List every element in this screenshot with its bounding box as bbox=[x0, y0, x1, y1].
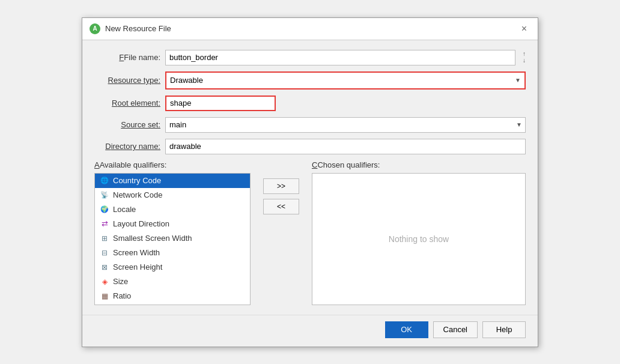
sort-up-icon: ↑ bbox=[523, 51, 526, 57]
app-icon: A bbox=[90, 23, 100, 34]
source-set-wrapper: main test androidTest ▼ bbox=[165, 117, 526, 133]
qualifier-country-code-label: Country Code bbox=[113, 176, 161, 185]
resource-type-row: Resource type: Drawable Layout Menu Valu… bbox=[94, 71, 526, 89]
cancel-button[interactable]: Cancel bbox=[433, 321, 478, 338]
qualifier-size-label: Size bbox=[113, 277, 128, 286]
file-name-input[interactable] bbox=[165, 50, 515, 65]
qualifiers-section: AAvailable qualifiers: 🌐 Country Code 📡 … bbox=[94, 160, 526, 305]
screen-width-icon: ⊟ bbox=[100, 248, 109, 258]
ratio-icon: ▦ bbox=[100, 291, 109, 301]
qualifier-screen-width[interactable]: ⊟ Screen Width bbox=[95, 246, 250, 260]
qualifier-screen-width-label: Screen Width bbox=[113, 248, 160, 257]
qualifier-country-code[interactable]: 🌐 Country Code bbox=[95, 174, 250, 188]
resource-type-label: Resource type: bbox=[94, 76, 160, 85]
root-element-input[interactable] bbox=[165, 96, 276, 111]
new-resource-file-dialog: A New Resource File × FFile name: ↑ ↓ Re… bbox=[82, 17, 538, 347]
qualifier-ratio[interactable]: ▦ Ratio bbox=[95, 289, 250, 303]
resource-type-select[interactable]: Drawable Layout Menu Values bbox=[166, 73, 524, 88]
layout-direction-icon: ⇄ bbox=[100, 219, 109, 229]
directory-name-input[interactable] bbox=[165, 139, 526, 154]
directory-name-row: Directory name: bbox=[94, 139, 526, 154]
qualifier-locale[interactable]: 🌍 Locale bbox=[95, 202, 250, 217]
help-button[interactable]: Help bbox=[482, 321, 526, 338]
add-qualifier-button[interactable]: >> bbox=[263, 178, 299, 194]
locale-icon: 🌍 bbox=[100, 205, 109, 214]
available-qualifiers-list[interactable]: 🌐 Country Code 📡 Network Code 🌍 Locale ⇄… bbox=[94, 173, 251, 305]
close-button[interactable]: × bbox=[518, 23, 530, 35]
available-qualifiers-col: AAvailable qualifiers: 🌐 Country Code 📡 … bbox=[94, 160, 251, 305]
qualifier-locale-label: Locale bbox=[113, 205, 136, 214]
qualifier-network-code-label: Network Code bbox=[113, 190, 162, 199]
source-set-select[interactable]: main test androidTest bbox=[165, 117, 526, 133]
root-element-row: Root element: bbox=[94, 96, 526, 111]
qualifier-size[interactable]: ◈ Size bbox=[95, 275, 250, 289]
qualifier-orientation[interactable]: ↺ Orientation bbox=[95, 303, 250, 305]
title-bar: A New Resource File × bbox=[82, 18, 538, 40]
file-name-label: FFile name: bbox=[94, 53, 160, 62]
chosen-qualifiers-box: Nothing to show bbox=[312, 173, 526, 305]
chosen-qualifiers-col: CChosen qualifiers: Nothing to show bbox=[312, 160, 526, 305]
file-name-row: FFile name: ↑ ↓ bbox=[94, 50, 526, 65]
dialog-title: New Resource File bbox=[105, 24, 171, 33]
qualifier-ratio-label: Ratio bbox=[113, 291, 131, 300]
screen-height-icon: ⊠ bbox=[100, 262, 109, 272]
qualifier-screen-height-label: Screen Height bbox=[113, 262, 162, 271]
country-code-icon: 🌐 bbox=[100, 176, 109, 186]
qualifier-layout-direction-label: Layout Direction bbox=[113, 219, 169, 228]
dialog-content: FFile name: ↑ ↓ Resource type: Drawable … bbox=[82, 40, 538, 315]
title-bar-left: A New Resource File bbox=[90, 23, 171, 34]
root-element-label: Root element: bbox=[94, 99, 160, 108]
size-icon: ◈ bbox=[100, 277, 109, 287]
qualifier-smallest-screen-width[interactable]: ⊞ Smallest Screen Width bbox=[95, 231, 250, 246]
qualifier-arrows: >> << bbox=[260, 160, 302, 214]
qualifier-screen-height[interactable]: ⊠ Screen Height bbox=[95, 260, 250, 275]
network-code-icon: 📡 bbox=[100, 190, 109, 200]
available-qualifiers-label: AAvailable qualifiers: bbox=[94, 160, 251, 169]
ok-button[interactable]: OK bbox=[385, 321, 428, 338]
directory-name-label: Directory name: bbox=[94, 142, 160, 151]
source-set-label: Source set: bbox=[94, 120, 160, 129]
sort-down-icon: ↓ bbox=[523, 58, 526, 64]
remove-qualifier-button[interactable]: << bbox=[263, 199, 299, 214]
nothing-to-show-text: Nothing to show bbox=[389, 234, 449, 244]
sort-icons: ↑ ↓ bbox=[523, 51, 526, 64]
dialog-footer: OK Cancel Help bbox=[82, 315, 538, 347]
resource-type-wrapper: Drawable Layout Menu Values ▼ bbox=[165, 71, 526, 89]
qualifier-network-code[interactable]: 📡 Network Code bbox=[95, 188, 250, 202]
chosen-qualifiers-label: CChosen qualifiers: bbox=[312, 160, 526, 169]
qualifier-layout-direction[interactable]: ⇄ Layout Direction bbox=[95, 217, 250, 231]
source-set-row: Source set: main test androidTest ▼ bbox=[94, 117, 526, 133]
qualifier-smallest-screen-width-label: Smallest Screen Width bbox=[113, 234, 192, 243]
smallest-screen-width-icon: ⊞ bbox=[100, 234, 109, 243]
